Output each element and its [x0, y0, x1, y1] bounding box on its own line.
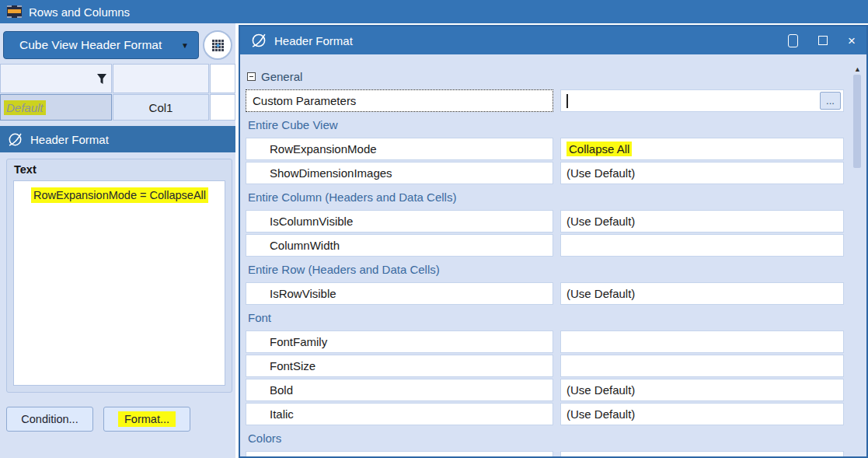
- maximize-icon[interactable]: [818, 36, 828, 45]
- condition-button[interactable]: Condition...: [6, 407, 93, 432]
- property-row: IsColumnVisible(Use Default): [246, 210, 844, 232]
- property-name-column: Colors: [246, 427, 553, 449]
- cube-view-format-dropdown[interactable]: Cube View Header Format ▼: [3, 31, 199, 59]
- scrollbar-thumb[interactable]: [853, 75, 861, 168]
- property-name-label: Bold: [270, 383, 293, 397]
- property-name-cell[interactable]: RowExpansionMode: [246, 138, 553, 160]
- property-value-column: [560, 427, 844, 449]
- property-value-column: [560, 258, 844, 281]
- property-value-cell[interactable]: (Use Default): [560, 210, 844, 232]
- property-name-column: Entire Cube View: [246, 114, 553, 136]
- format-text-area[interactable]: RowExpansionMode = CollapseAll: [13, 180, 225, 386]
- property-value-column: (Use Default): [560, 379, 844, 401]
- property-value-column: ...: [560, 89, 844, 112]
- collapse-icon[interactable]: [247, 72, 256, 81]
- property-name-label: RowExpansionMode: [270, 142, 377, 156]
- filter-cell-rows[interactable]: [0, 64, 112, 93]
- property-name-label: TextColor: [270, 456, 319, 456]
- property-name-column: IsColumnVisible: [246, 210, 553, 232]
- filter-cell-col1[interactable]: [113, 64, 209, 93]
- property-row: Italic(Use Default): [246, 403, 844, 425]
- row-header-default-cell[interactable]: Default: [0, 94, 112, 121]
- property-value-label: (Use Default): [566, 456, 635, 456]
- cube-view-format-dropdown-label: Cube View Header Format: [19, 38, 162, 52]
- property-name-cell[interactable]: FontFamily: [246, 330, 553, 353]
- property-name-cell[interactable]: ColumnWidth: [246, 234, 553, 257]
- property-name-cell[interactable]: Custom Parameters: [246, 89, 553, 112]
- property-row: IsRowVisible(Use Default): [246, 282, 844, 305]
- property-grid: GeneralCustom Parameters...Entire Cube V…: [246, 65, 844, 456]
- condition-button-label: Condition...: [21, 413, 78, 425]
- filter-cell-partial: [210, 64, 235, 93]
- screen: Rows and Columns Cube View Header Format…: [0, 0, 868, 458]
- property-value-label: (Use Default): [566, 407, 635, 421]
- filter-icon: [97, 74, 106, 84]
- property-name-cell[interactable]: Italic: [246, 403, 553, 425]
- close-icon[interactable]: ×: [848, 34, 856, 47]
- property-name-column: Entire Row (Headers and Data Cells): [246, 258, 553, 281]
- property-name-column: FontSize: [246, 355, 553, 377]
- property-value-cell[interactable]: (Use Default): [560, 403, 844, 425]
- property-value-cell[interactable]: [560, 355, 844, 377]
- dropdown-caret-icon: ▼: [181, 41, 189, 50]
- sheet-grid-button[interactable]: [203, 30, 232, 60]
- property-value-cell[interactable]: (Use Default): [560, 451, 844, 456]
- category-label: General: [261, 70, 302, 83]
- property-row: Entire Cube View: [246, 114, 844, 136]
- property-row: Bold(Use Default): [246, 379, 844, 401]
- property-value-cell[interactable]: (Use Default): [560, 282, 844, 305]
- subcategory-label: Entire Row (Headers and Data Cells): [246, 263, 440, 276]
- property-name-cell[interactable]: TextColor: [246, 451, 553, 456]
- property-value-label: Collapse All: [566, 142, 632, 156]
- property-name-column: Custom Parameters: [246, 89, 553, 112]
- ellipsis-button[interactable]: ...: [820, 92, 841, 110]
- property-value-column: (Use Default): [560, 162, 844, 184]
- rows-columns-icon: [7, 5, 22, 18]
- column-header-col1-label: Col1: [149, 101, 173, 114]
- property-row: ShowDimensionImages(Use Default): [246, 162, 844, 184]
- property-value-cell[interactable]: [560, 330, 844, 353]
- column-header-col1-cell[interactable]: Col1: [113, 94, 209, 121]
- property-value-label: (Use Default): [566, 166, 635, 180]
- column-header-partial-cell: [210, 94, 235, 121]
- property-row: Font: [246, 306, 844, 329]
- property-name-column: RowExpansionMode: [246, 138, 553, 160]
- property-name-cell[interactable]: IsRowVisible: [246, 282, 553, 305]
- property-value-cell[interactable]: (Use Default): [560, 162, 844, 184]
- property-name-column: IsRowVisible: [246, 282, 553, 305]
- property-value-cell[interactable]: [560, 234, 844, 257]
- dock-icon[interactable]: [788, 34, 798, 47]
- property-name-cell[interactable]: Bold: [246, 379, 553, 401]
- format-content-line: RowExpansionMode = CollapseAll: [31, 187, 208, 203]
- property-value-column: [560, 186, 844, 208]
- format-button-label: Format...: [118, 411, 176, 427]
- property-name-label: Custom Parameters: [253, 94, 356, 107]
- property-row: Custom Parameters...: [246, 89, 844, 112]
- rows-and-columns-window: Cube View Header Format ▼ Default: [0, 23, 235, 458]
- property-value-column: [560, 330, 844, 353]
- property-name-cell[interactable]: FontSize: [246, 355, 553, 377]
- property-name-label: Italic: [270, 407, 294, 421]
- right-titlebar: Header Format ×: [240, 26, 866, 54]
- property-row: RowExpansionModeCollapse All: [246, 138, 844, 160]
- property-value-cell[interactable]: (Use Default): [560, 379, 844, 401]
- property-value-column: [560, 306, 844, 329]
- format-button[interactable]: Format...: [103, 407, 190, 432]
- property-value-column: Collapse All: [560, 138, 844, 160]
- property-name-label: ColumnWidth: [270, 239, 340, 252]
- scroll-up-icon[interactable]: ▲: [852, 65, 863, 73]
- property-row: TextColor(Use Default): [246, 451, 844, 456]
- property-value-cell[interactable]: ...: [560, 89, 844, 112]
- property-value-column: [560, 114, 844, 136]
- sheet-grid-icon: [211, 39, 225, 52]
- property-name-column: Entire Column (Headers and Data Cells): [246, 186, 553, 208]
- onestream-logo-icon: [251, 33, 267, 48]
- property-name-cell[interactable]: IsColumnVisible: [246, 210, 553, 232]
- property-name-cell[interactable]: ShowDimensionImages: [246, 162, 553, 184]
- scrollbar[interactable]: ▲: [852, 65, 863, 454]
- property-name-label: FontFamily: [270, 335, 327, 348]
- property-value-cell[interactable]: Collapse All: [560, 138, 844, 160]
- property-value-label: (Use Default): [566, 383, 635, 397]
- property-name-column: ShowDimensionImages: [246, 162, 553, 184]
- property-row: General: [246, 65, 844, 88]
